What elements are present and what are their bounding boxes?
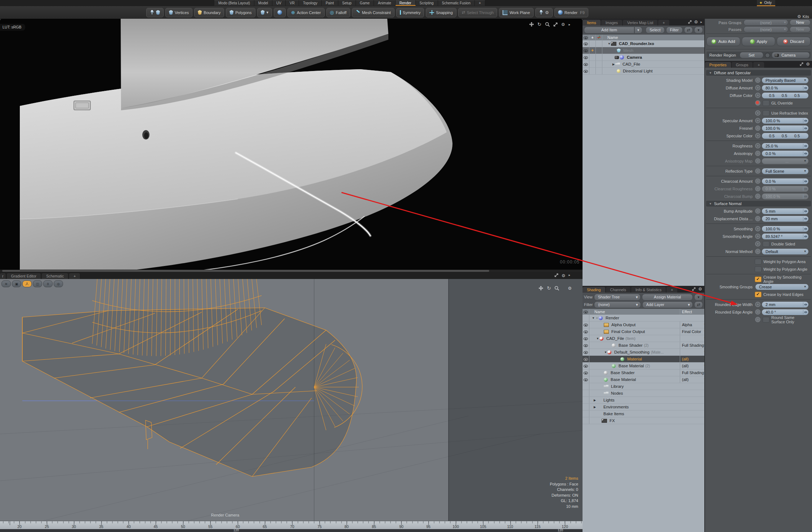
shader-row-base-shader-2[interactable]: Base Shader (2) Full Shading▾ [583, 342, 704, 349]
tab-uv[interactable]: UV [272, 0, 286, 6]
auto-add-button[interactable]: ↺Auto Add [706, 37, 740, 46]
rotate-icon[interactable]: ↻ [547, 285, 551, 291]
shader-row-final-color-output[interactable]: Final Color Output Final Color▾ [583, 328, 704, 335]
shader-row-base-material[interactable]: Base Material (all)▾ [583, 376, 704, 383]
polygons-mode-button[interactable]: Polygons [226, 8, 255, 17]
smoothing-field[interactable]: 100.0 % [762, 226, 808, 232]
tab-properties[interactable]: Properties [705, 62, 731, 68]
smoothing-angle-field[interactable]: 89.5247 ° [762, 234, 808, 239]
boundary-mode-button[interactable]: Boundary [194, 8, 224, 17]
expand-icon[interactable] [800, 62, 803, 66]
mini-slider[interactable] [803, 144, 808, 148]
mini-slider[interactable] [803, 310, 808, 314]
tab-shading[interactable]: Shading [583, 287, 605, 293]
visibility-toggle[interactable] [583, 54, 589, 61]
tab-vr[interactable]: VR [286, 0, 299, 6]
expand-icon[interactable] [553, 22, 558, 27]
use-refractive-index-toggle[interactable] [755, 110, 769, 116]
effect-cell[interactable]: (all)▾ [680, 363, 707, 369]
timeline-ruler[interactable]: 20 25 30 35 40 45 50 55 60 65 70 75 80 8… [0, 521, 583, 529]
tab-paint[interactable]: Paint [322, 0, 338, 6]
tab-schematic-fusion[interactable]: Schematic Fusion [438, 0, 475, 6]
wire-tool-strokes-icon[interactable]: ≋ [1, 280, 11, 287]
visibility-toggle[interactable] [583, 40, 589, 47]
diffuse-color-field[interactable]: 0.50.50.5 [762, 93, 808, 98]
collapse-icon[interactable]: ▼ [592, 316, 595, 320]
normal-method-dropdown[interactable]: Default▾ [762, 249, 808, 254]
scrollbar-thumb[interactable] [2, 270, 489, 272]
gear-icon[interactable]: ⚙ [568, 286, 572, 291]
kits-button[interactable]: ⚙ Kits [797, 14, 809, 19]
gear-icon[interactable]: ⚙ [698, 287, 702, 292]
panel-arrow-icon[interactable]: ▸ [568, 23, 570, 26]
discard-button[interactable]: ✕Discard [777, 37, 811, 46]
weight-by-polygon-area-checkbox[interactable] [755, 259, 762, 265]
add-layer-dropdown[interactable]: Add Layer▾ [642, 301, 693, 308]
visibility-toggle[interactable] [583, 349, 589, 355]
tab-vertex-map-list[interactable]: Vertex Map List [623, 20, 657, 26]
panel-arrow-icon[interactable]: ▸ [568, 273, 570, 278]
funnel-icon[interactable]: ▾ [694, 27, 703, 34]
specular-amount-field[interactable]: 100.0 % [762, 118, 808, 124]
channel-toggle[interactable] [755, 301, 761, 307]
item-mode-button[interactable] [146, 8, 164, 17]
tab-add-viewport[interactable]: + [69, 273, 80, 279]
shader-row-material-selected[interactable]: Material (all)▾ [583, 356, 704, 363]
camera-selector[interactable]: Camera [772, 52, 810, 58]
panel-arrow-icon[interactable]: ▸ [700, 20, 702, 24]
mini-slider[interactable] [803, 209, 808, 213]
displacement-distance-field[interactable]: 20 mm [762, 216, 808, 222]
horizontal-scrollbar[interactable] [0, 270, 583, 272]
visibility-toggle[interactable] [583, 363, 589, 369]
mini-slider[interactable] [803, 227, 808, 231]
render-button[interactable]: RenderF9 [554, 8, 588, 17]
gl-override-toggle[interactable] [755, 100, 769, 106]
tab-model[interactable]: Model [254, 0, 272, 6]
crease-by-hard-edges-checkbox[interactable] [755, 292, 762, 297]
shader-row-fx[interactable]: FX [583, 417, 704, 424]
expand-icon[interactable]: ▶ [612, 63, 615, 66]
sphere-tool-button[interactable] [274, 8, 286, 17]
visibility-toggle[interactable] [583, 61, 589, 67]
item-row-camera[interactable]: Camera [583, 54, 704, 61]
select-through-button[interactable]: ⇄Select Through [458, 8, 498, 17]
filter-button[interactable]: Filter [666, 27, 683, 34]
vertices-mode-button[interactable]: Vertices [165, 8, 192, 17]
effect-cell[interactable]: Final Color▾ [680, 328, 707, 335]
mini-slider[interactable] [803, 234, 808, 239]
passes-new-button[interactable]: New [790, 26, 811, 32]
visibility-toggle[interactable] [583, 322, 589, 328]
render-region-set-button[interactable]: Set [740, 52, 763, 58]
tab-add[interactable]: + [753, 62, 764, 68]
visibility-toggle[interactable] [583, 68, 589, 74]
weight-by-polygon-angle-checkbox[interactable] [755, 266, 762, 272]
section-surface-normal[interactable]: ▼Surface Normal [706, 201, 811, 207]
rounded-edge-width-field[interactable]: 2 mm [762, 302, 808, 307]
tab-animate[interactable]: Animate [374, 0, 396, 6]
gear-icon[interactable]: ⚙ [694, 19, 698, 25]
action-center-button[interactable]: ⊕Action Center [287, 8, 325, 17]
channel-toggle[interactable] [755, 125, 761, 131]
tab-add[interactable]: + [666, 287, 677, 293]
shader-row-cad-file[interactable]: ▼ CAD_File (Item) ▾ [583, 335, 704, 342]
tab-channels[interactable]: Channels [606, 287, 630, 293]
tab-schematic[interactable]: Schematic [42, 273, 68, 279]
effect-cell[interactable]: Full Shading▾ [680, 342, 707, 349]
passes-dropdown[interactable]: (none)▾ [744, 26, 788, 32]
frame-range-strip[interactable]: 120 120 [0, 529, 583, 532]
symmetry-button[interactable]: Symmetry [396, 8, 424, 17]
swap-icon[interactable]: ⇄ [694, 301, 703, 308]
tab-render[interactable]: Render [396, 0, 416, 6]
item-row-mesh[interactable]: + Mesh [583, 47, 704, 54]
shader-row-base-shader[interactable]: Base Shader Full Shading▾ [583, 369, 704, 376]
expand-icon[interactable] [554, 273, 558, 277]
pass-groups-new-button[interactable]: New [790, 19, 811, 26]
expand-icon[interactable] [692, 287, 696, 291]
anisotropy-field[interactable]: 0.0 % [762, 151, 808, 156]
wire-tool-dual-icon[interactable]: ◎ [54, 280, 63, 287]
render-preview-viewport[interactable]: LUT: sRGB ↻ ⚙ ▸ 00:00:05 [0, 19, 583, 270]
visibility-toggle[interactable] [583, 342, 589, 349]
wire-tool-view-icon[interactable]: ◫ [33, 280, 42, 287]
shader-row-base-material-2[interactable]: Base Material (2) (all)▾ [583, 363, 704, 369]
shader-row-nodes[interactable]: Nodes [583, 390, 704, 397]
